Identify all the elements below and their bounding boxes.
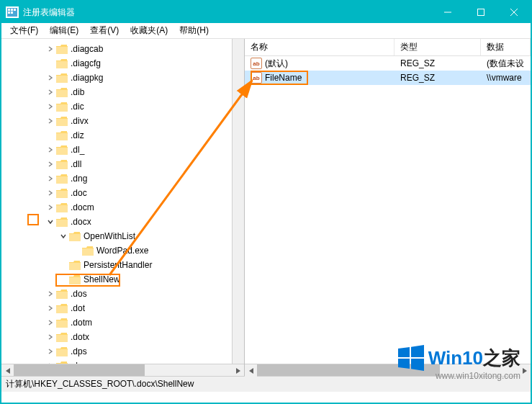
svg-marker-49	[56, 320, 68, 328]
chevron-right-icon[interactable]	[46, 347, 55, 356]
scroll-right-button[interactable]	[232, 364, 244, 376]
scroll-track[interactable]	[14, 364, 232, 376]
list-row[interactable]: ab(默认)REG_SZ(数值未设	[245, 56, 531, 71]
tree-scrollbar-horizontal[interactable]	[1, 364, 244, 376]
chevron-right-icon[interactable]	[46, 102, 55, 111]
tree-node[interactable]: .dic	[1, 99, 244, 114]
svg-marker-19	[56, 104, 68, 112]
tree-node-label: .diz	[71, 130, 84, 140]
tree-node-label: .dot	[71, 303, 85, 313]
column-header-type[interactable]: 类型	[395, 39, 481, 55]
chevron-down-icon[interactable]	[46, 217, 55, 226]
scroll-left-button[interactable]	[1, 364, 14, 376]
svg-rect-2	[11, 9, 13, 11]
svg-rect-1	[8, 9, 10, 11]
svg-marker-39	[82, 248, 94, 256]
tree-scrollbar-vertical[interactable]	[232, 39, 244, 364]
list-row[interactable]: abFileNameREG_SZ\\vmware	[245, 71, 531, 85]
scroll-left-button[interactable]	[245, 364, 257, 377]
svg-marker-29	[56, 176, 68, 184]
chevron-right-icon[interactable]	[46, 304, 55, 313]
list-panel: 名称 类型 数据 ab(默认)REG_SZ(数值未设abFileNameREG_…	[245, 39, 531, 376]
chevron-right-icon[interactable]	[46, 160, 55, 169]
value-name: FileName	[265, 73, 302, 83]
folder-icon	[56, 289, 68, 299]
string-value-icon: ab	[251, 72, 262, 84]
chevron-right-icon[interactable]	[46, 73, 55, 82]
watermark-brand-b: 之家	[483, 347, 520, 369]
tree-node[interactable]: .dl_	[1, 143, 244, 157]
tree-node[interactable]: .docm	[1, 200, 244, 215]
chevron-right-icon[interactable]	[46, 117, 55, 125]
chevron-down-icon[interactable]	[59, 232, 68, 241]
chevron-right-icon[interactable]	[46, 88, 55, 96]
tree-node[interactable]: .dos	[1, 287, 244, 301]
chevron-right-icon[interactable]	[46, 45, 55, 53]
registry-tree[interactable]: .diagcab.diagcfg.diagpkg.dib.dic.divx.di…	[1, 39, 244, 376]
tree-node[interactable]: .dps	[1, 344, 244, 359]
folder-icon	[56, 145, 68, 155]
maximize-button[interactable]	[464, 1, 497, 23]
tree-node-label: .diagcab	[71, 44, 103, 54]
svg-marker-41	[69, 263, 81, 270]
tree-node-label: .dos	[71, 289, 87, 299]
tree-node[interactable]: .dotx	[1, 330, 244, 344]
tree-node[interactable]: .diagcfg	[1, 56, 244, 71]
tree-spacer	[59, 261, 68, 269]
chevron-right-icon[interactable]	[46, 145, 55, 154]
tree-node[interactable]: .dot	[1, 301, 244, 315]
tree-node[interactable]: .dotm	[1, 315, 244, 330]
column-header-name[interactable]: 名称	[245, 39, 395, 55]
chevron-right-icon[interactable]	[46, 289, 55, 298]
folder-icon	[56, 347, 68, 356]
tree-node[interactable]: ShellNew	[1, 272, 244, 287]
tree-node[interactable]: OpenWithList	[1, 229, 244, 243]
tree-node[interactable]: .diagpkg	[1, 71, 244, 85]
tree-node-label: .dng	[71, 174, 87, 184]
chevron-right-icon[interactable]	[46, 174, 55, 183]
value-data: \\vmware	[481, 73, 531, 83]
tree-node[interactable]: .dib	[1, 85, 244, 99]
tree-node[interactable]: .docx	[1, 215, 244, 229]
svg-marker-27	[56, 162, 68, 169]
tree-node[interactable]: .dll	[1, 157, 244, 171]
chevron-right-icon[interactable]	[46, 318, 55, 327]
watermark-url: www.win10xitong.com	[398, 371, 520, 381]
svg-marker-23	[56, 133, 68, 140]
folder-icon	[56, 203, 68, 212]
svg-marker-31	[56, 191, 68, 198]
svg-marker-33	[56, 205, 68, 212]
menu-view[interactable]: 查看(V)	[84, 23, 125, 38]
tree-node[interactable]: WordPad.exe	[1, 243, 244, 258]
tree-node[interactable]: .diz	[1, 128, 244, 143]
menu-edit[interactable]: 编辑(E)	[44, 23, 84, 38]
close-button[interactable]	[497, 1, 531, 23]
chevron-right-icon[interactable]	[46, 203, 55, 212]
folder-icon	[56, 73, 68, 83]
folder-icon	[56, 59, 68, 68]
tree-node[interactable]: .divx	[1, 114, 244, 128]
scroll-thumb[interactable]	[14, 364, 145, 376]
menu-help[interactable]: 帮助(H)	[173, 23, 215, 38]
menu-file[interactable]: 文件(F)	[4, 23, 44, 38]
svg-marker-43	[69, 277, 81, 284]
tree-node[interactable]: PersistentHandler	[1, 258, 244, 272]
svg-marker-67	[411, 359, 424, 371]
list-body[interactable]: ab(默认)REG_SZ(数值未设abFileNameREG_SZ\\vmwar…	[245, 56, 531, 85]
tree-node-label: .dic	[71, 102, 84, 112]
svg-marker-58	[6, 368, 10, 374]
tree-node-label: WordPad.exe	[96, 246, 149, 256]
tree-node-label: .dll	[71, 159, 81, 169]
tree-node[interactable]: .diagcab	[1, 42, 244, 56]
value-name: (默认)	[265, 58, 288, 70]
column-header-data[interactable]: 数据	[481, 39, 531, 55]
tree-node[interactable]: .dng	[1, 171, 244, 186]
chevron-right-icon[interactable]	[46, 333, 55, 341]
tree-node[interactable]: .doc	[1, 186, 244, 200]
minimize-button[interactable]	[431, 1, 464, 23]
tree-node-label: .diagcfg	[71, 58, 101, 68]
menu-favorites[interactable]: 收藏夹(A)	[125, 23, 173, 38]
chevron-right-icon[interactable]	[46, 189, 55, 197]
tree-panel: .diagcab.diagcfg.diagpkg.dib.dic.divx.di…	[1, 39, 245, 376]
svg-marker-51	[56, 335, 68, 342]
